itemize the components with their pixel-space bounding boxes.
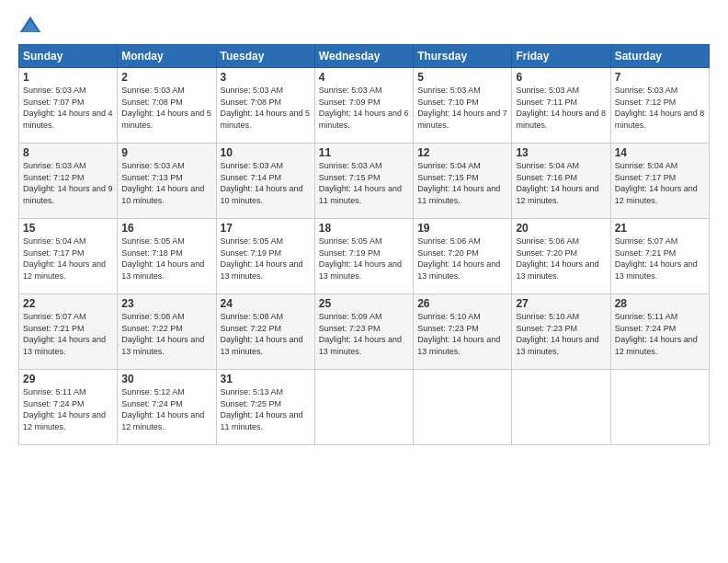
- day-number: 6: [516, 71, 606, 84]
- logo-icon: [18, 15, 42, 39]
- calendar-cell: 31Sunrise: 5:13 AM Sunset: 7:25 PM Dayli…: [216, 370, 314, 445]
- day-info: Sunrise: 5:12 AM Sunset: 7:24 PM Dayligh…: [121, 386, 211, 432]
- calendar-cell: 18Sunrise: 5:05 AM Sunset: 7:19 PM Dayli…: [314, 219, 413, 294]
- day-info: Sunrise: 5:03 AM Sunset: 7:09 PM Dayligh…: [319, 85, 409, 131]
- day-number: 9: [121, 146, 211, 159]
- day-info: Sunrise: 5:08 AM Sunset: 7:22 PM Dayligh…: [221, 311, 311, 357]
- day-info: Sunrise: 5:03 AM Sunset: 7:13 PM Dayligh…: [121, 160, 211, 206]
- day-info: Sunrise: 5:11 AM Sunset: 7:24 PM Dayligh…: [23, 386, 113, 432]
- page: Sunday Monday Tuesday Wednesday Thursday…: [0, 0, 728, 454]
- day-info: Sunrise: 5:06 AM Sunset: 7:20 PM Dayligh…: [417, 236, 507, 282]
- calendar-cell: [314, 370, 413, 445]
- day-number: 15: [23, 222, 113, 235]
- calendar-cell: 17Sunrise: 5:05 AM Sunset: 7:19 PM Dayli…: [216, 219, 314, 294]
- day-info: Sunrise: 5:05 AM Sunset: 7:19 PM Dayligh…: [221, 236, 311, 282]
- day-number: 25: [319, 297, 409, 310]
- calendar-cell: 2Sunrise: 5:03 AM Sunset: 7:08 PM Daylig…: [118, 68, 216, 144]
- calendar-cell: 15Sunrise: 5:04 AM Sunset: 7:17 PM Dayli…: [19, 219, 118, 294]
- calendar-cell: 19Sunrise: 5:06 AM Sunset: 7:20 PM Dayli…: [414, 219, 512, 294]
- day-number: 21: [615, 222, 705, 235]
- calendar-week-1: 1Sunrise: 5:03 AM Sunset: 7:07 PM Daylig…: [19, 68, 710, 144]
- header-tuesday: Tuesday: [216, 45, 314, 68]
- calendar-cell: 24Sunrise: 5:08 AM Sunset: 7:22 PM Dayli…: [216, 294, 314, 370]
- header-sunday: Sunday: [19, 45, 118, 68]
- day-info: Sunrise: 5:10 AM Sunset: 7:23 PM Dayligh…: [516, 311, 606, 357]
- day-info: Sunrise: 5:11 AM Sunset: 7:24 PM Dayligh…: [615, 311, 705, 357]
- calendar-cell: 28Sunrise: 5:11 AM Sunset: 7:24 PM Dayli…: [610, 294, 709, 370]
- calendar-cell: 14Sunrise: 5:04 AM Sunset: 7:17 PM Dayli…: [610, 144, 709, 219]
- day-info: Sunrise: 5:03 AM Sunset: 7:10 PM Dayligh…: [417, 85, 507, 131]
- calendar-cell: 4Sunrise: 5:03 AM Sunset: 7:09 PM Daylig…: [314, 68, 413, 144]
- day-info: Sunrise: 5:07 AM Sunset: 7:21 PM Dayligh…: [615, 236, 705, 282]
- day-number: 11: [319, 146, 409, 159]
- header-row: Sunday Monday Tuesday Wednesday Thursday…: [19, 45, 710, 68]
- day-info: Sunrise: 5:07 AM Sunset: 7:21 PM Dayligh…: [23, 311, 113, 357]
- day-number: 18: [319, 222, 409, 235]
- calendar-cell: 22Sunrise: 5:07 AM Sunset: 7:21 PM Dayli…: [19, 294, 118, 370]
- day-number: 31: [221, 373, 311, 385]
- day-number: 16: [121, 222, 211, 235]
- day-number: 17: [221, 222, 311, 235]
- day-number: 26: [417, 297, 507, 310]
- day-number: 14: [615, 146, 705, 159]
- day-info: Sunrise: 5:13 AM Sunset: 7:25 PM Dayligh…: [221, 386, 311, 432]
- day-info: Sunrise: 5:03 AM Sunset: 7:08 PM Dayligh…: [121, 85, 211, 131]
- day-number: 23: [121, 297, 211, 310]
- day-info: Sunrise: 5:04 AM Sunset: 7:16 PM Dayligh…: [516, 160, 606, 206]
- day-number: 4: [319, 71, 409, 84]
- day-info: Sunrise: 5:05 AM Sunset: 7:19 PM Dayligh…: [319, 236, 409, 282]
- day-number: 8: [23, 146, 113, 159]
- calendar-cell: 20Sunrise: 5:06 AM Sunset: 7:20 PM Dayli…: [512, 219, 610, 294]
- calendar-week-3: 15Sunrise: 5:04 AM Sunset: 7:17 PM Dayli…: [19, 219, 710, 294]
- calendar-week-2: 8Sunrise: 5:03 AM Sunset: 7:12 PM Daylig…: [19, 144, 710, 219]
- calendar-cell: 1Sunrise: 5:03 AM Sunset: 7:07 PM Daylig…: [19, 68, 118, 144]
- day-info: Sunrise: 5:08 AM Sunset: 7:22 PM Dayligh…: [121, 311, 211, 357]
- day-number: 22: [23, 297, 113, 310]
- day-info: Sunrise: 5:09 AM Sunset: 7:23 PM Dayligh…: [319, 311, 409, 357]
- day-number: 30: [121, 373, 211, 385]
- header-thursday: Thursday: [414, 45, 512, 68]
- calendar-cell: 11Sunrise: 5:03 AM Sunset: 7:15 PM Dayli…: [314, 144, 413, 219]
- calendar-cell: 25Sunrise: 5:09 AM Sunset: 7:23 PM Dayli…: [314, 294, 413, 370]
- day-number: 29: [23, 373, 113, 385]
- day-info: Sunrise: 5:03 AM Sunset: 7:08 PM Dayligh…: [221, 85, 311, 131]
- calendar-week-5: 29Sunrise: 5:11 AM Sunset: 7:24 PM Dayli…: [19, 370, 710, 445]
- calendar-cell: 21Sunrise: 5:07 AM Sunset: 7:21 PM Dayli…: [610, 219, 709, 294]
- calendar-cell: 5Sunrise: 5:03 AM Sunset: 7:10 PM Daylig…: [414, 68, 512, 144]
- day-info: Sunrise: 5:03 AM Sunset: 7:07 PM Dayligh…: [23, 85, 113, 131]
- calendar-week-4: 22Sunrise: 5:07 AM Sunset: 7:21 PM Dayli…: [19, 294, 710, 370]
- calendar-cell: 9Sunrise: 5:03 AM Sunset: 7:13 PM Daylig…: [118, 144, 216, 219]
- calendar-cell: 3Sunrise: 5:03 AM Sunset: 7:08 PM Daylig…: [216, 68, 314, 144]
- day-number: 7: [615, 71, 705, 84]
- day-number: 1: [23, 71, 113, 84]
- day-number: 10: [221, 146, 311, 159]
- calendar-cell: [512, 370, 610, 445]
- header-monday: Monday: [118, 45, 216, 68]
- day-number: 20: [516, 222, 606, 235]
- day-number: 28: [615, 297, 705, 310]
- calendar-cell: 16Sunrise: 5:05 AM Sunset: 7:18 PM Dayli…: [118, 219, 216, 294]
- day-info: Sunrise: 5:03 AM Sunset: 7:15 PM Dayligh…: [319, 160, 409, 206]
- calendar-cell: 23Sunrise: 5:08 AM Sunset: 7:22 PM Dayli…: [118, 294, 216, 370]
- day-number: 5: [417, 71, 507, 84]
- calendar-cell: 26Sunrise: 5:10 AM Sunset: 7:23 PM Dayli…: [414, 294, 512, 370]
- calendar-cell: [610, 370, 709, 445]
- calendar-cell: 30Sunrise: 5:12 AM Sunset: 7:24 PM Dayli…: [118, 370, 216, 445]
- calendar-cell: 12Sunrise: 5:04 AM Sunset: 7:15 PM Dayli…: [414, 144, 512, 219]
- header-wednesday: Wednesday: [314, 45, 413, 68]
- day-info: Sunrise: 5:03 AM Sunset: 7:11 PM Dayligh…: [516, 85, 606, 131]
- calendar-cell: [414, 370, 512, 445]
- calendar-cell: 29Sunrise: 5:11 AM Sunset: 7:24 PM Dayli…: [19, 370, 118, 445]
- logo: [18, 15, 46, 39]
- day-number: 3: [221, 71, 311, 84]
- calendar-cell: 10Sunrise: 5:03 AM Sunset: 7:14 PM Dayli…: [216, 144, 314, 219]
- header: [18, 15, 710, 39]
- calendar-cell: 27Sunrise: 5:10 AM Sunset: 7:23 PM Dayli…: [512, 294, 610, 370]
- calendar-cell: 6Sunrise: 5:03 AM Sunset: 7:11 PM Daylig…: [512, 68, 610, 144]
- day-info: Sunrise: 5:06 AM Sunset: 7:20 PM Dayligh…: [516, 236, 606, 282]
- day-number: 27: [516, 297, 606, 310]
- day-number: 24: [221, 297, 311, 310]
- day-number: 2: [121, 71, 211, 84]
- day-info: Sunrise: 5:04 AM Sunset: 7:15 PM Dayligh…: [417, 160, 507, 206]
- calendar-cell: 13Sunrise: 5:04 AM Sunset: 7:16 PM Dayli…: [512, 144, 610, 219]
